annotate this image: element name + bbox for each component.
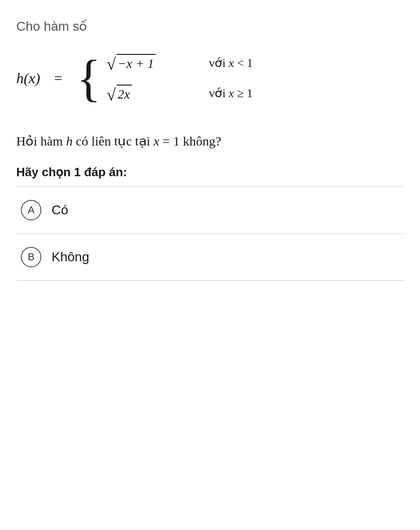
question-text: Hỏi hàm h có liên tục tại x = 1 không? (16, 132, 404, 151)
formula-section: h(x) = { √ −x + 1 với x < 1 √ (16, 53, 404, 104)
piecewise-function: { √ −x + 1 với x < 1 √ 2x (77, 53, 253, 104)
option-a-text: Có (52, 203, 68, 218)
intro-text: Cho hàm số (16, 19, 404, 34)
left-brace: { (77, 53, 101, 104)
case-row-1: √ −x + 1 với x < 1 (106, 54, 253, 72)
case1-condition: với x < 1 (209, 56, 253, 70)
sqrt-content-1: −x + 1 (117, 54, 156, 72)
sqrt-expr-1: √ −x + 1 (106, 54, 156, 72)
case1-formula: √ −x + 1 (106, 54, 185, 72)
sqrt-content-2: 2x (117, 85, 131, 102)
function-name: h(x) (16, 70, 40, 87)
case-row-2: √ 2x với x ≥ 1 (106, 85, 253, 102)
equals-sign: = (54, 70, 63, 87)
option-a[interactable]: A Có (16, 187, 404, 234)
cases-content: √ −x + 1 với x < 1 √ 2x với x ≥ 1 (106, 53, 253, 104)
option-a-circle: A (21, 200, 41, 220)
sqrt-expr-2: √ 2x (106, 85, 131, 102)
choose-label: Hãy chọn 1 đáp án: (16, 165, 404, 179)
sqrt-symbol-2: √ (106, 86, 116, 103)
sqrt-symbol-1: √ (106, 56, 116, 73)
case2-condition: với x ≥ 1 (209, 86, 253, 100)
option-b-circle: B (21, 247, 41, 267)
case2-formula: √ 2x (106, 85, 185, 102)
option-b-text: Không (52, 250, 89, 265)
option-b[interactable]: B Không (16, 234, 404, 281)
